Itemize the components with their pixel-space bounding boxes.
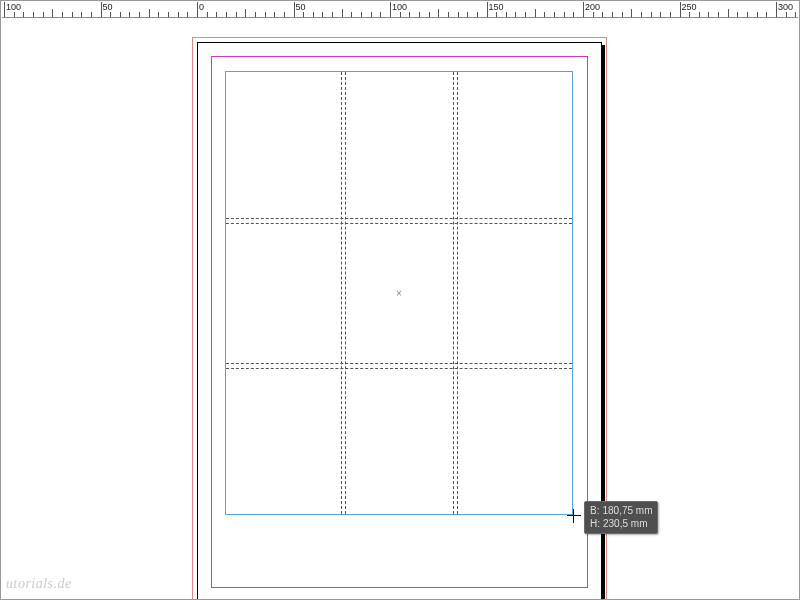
ruler-label: 100 (6, 2, 21, 12)
frame-grid-horizontal (226, 368, 572, 369)
frame-grid-horizontal (226, 223, 572, 224)
ruler-label: 100 (392, 2, 407, 12)
frame-grid-horizontal (226, 363, 572, 364)
ruler-label: 50 (103, 2, 113, 12)
ruler-label: 250 (682, 2, 697, 12)
frame-grid-vertical (457, 72, 458, 514)
tooltip-height-value: 230,5 mm (603, 517, 647, 530)
tooltip-height-label: H: (590, 517, 600, 530)
dimension-tooltip: B: 180,75 mm H: 230,5 mm (584, 501, 658, 534)
ruler-label: 150 (489, 2, 504, 12)
frame-grid-vertical (345, 72, 346, 514)
ruler-ticks: 10050050100150200250300 (2, 2, 798, 18)
ruler-label: 50 (296, 2, 306, 12)
frame-grid-vertical (453, 72, 454, 514)
ruler-horizontal[interactable]: 10050050100150200250300 (2, 2, 798, 18)
frame-being-drawn[interactable]: × (225, 71, 573, 515)
tooltip-width-label: B: (590, 504, 599, 517)
ruler-label: 200 (585, 2, 600, 12)
frame-grid-horizontal (226, 218, 572, 219)
tooltip-width-value: 180,75 mm (602, 504, 652, 517)
ruler-label: 0 (199, 2, 204, 12)
ruler-label: 300 (778, 2, 793, 12)
frame-center-mark: × (396, 288, 402, 299)
frame-grid-vertical (341, 72, 342, 514)
watermark: utorials.de (6, 576, 72, 592)
canvas[interactable]: × B: 180,75 mm H: 230,5 mm utorials.de (2, 18, 798, 598)
